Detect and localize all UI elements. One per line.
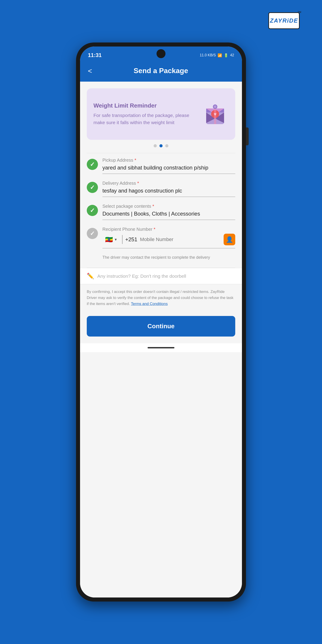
delivery-address-content[interactable]: Delivery Address * tesfay and hagos cons… xyxy=(102,181,235,197)
dot-1 xyxy=(154,144,157,147)
contact-book-icon: 👤 xyxy=(226,236,233,243)
banner-icon: ♥ xyxy=(202,100,228,128)
terms-text: By confirming, I accept this order doesn… xyxy=(87,289,235,307)
dot-3 xyxy=(165,144,168,147)
contact-picker-button[interactable]: 👤 xyxy=(224,234,235,245)
recipient-phone-content: Recipient Phone Number * 🇪🇹 ▾ +251 xyxy=(102,227,235,248)
logo-text: ZAYRiDE xyxy=(270,17,298,24)
main-content: Weight Limit Reminder For safe transport… xyxy=(80,82,242,598)
country-code: +251 xyxy=(125,236,137,242)
pickup-address-content[interactable]: Pickup Address * yared and sibhat buildi… xyxy=(102,158,235,174)
phone-required: * xyxy=(154,227,156,232)
terms-section: By confirming, I accept this order doesn… xyxy=(80,284,242,312)
network-speed: 11.0 KB/S xyxy=(200,53,216,57)
phone-divider xyxy=(122,235,122,244)
phone-input-row: 🇪🇹 ▾ +251 👤 xyxy=(102,234,235,245)
ethiopia-flag: 🇪🇹 xyxy=(105,236,113,243)
banner-title: Weight Limit Reminder xyxy=(94,102,202,109)
camera-notch xyxy=(156,49,166,58)
page-title: Send a Package xyxy=(96,67,225,75)
pickup-address-field: ✓ Pickup Address * yared and sibhat buil… xyxy=(87,158,235,174)
instruction-placeholder: Any instruction? Eg: Don't ring the door… xyxy=(97,274,186,279)
banner-text: Weight Limit Reminder For safe transport… xyxy=(94,102,202,126)
weight-limit-banner: Weight Limit Reminder For safe transport… xyxy=(87,88,235,140)
pickup-required: * xyxy=(134,158,136,162)
country-flag-selector[interactable]: 🇪🇹 ▾ xyxy=(102,236,120,243)
battery-level: 42 xyxy=(230,53,234,57)
delivery-required: * xyxy=(137,181,139,186)
instruction-field[interactable]: ✏️ Any instruction? Eg: Don't ring the d… xyxy=(80,268,242,284)
home-indicator xyxy=(80,343,242,352)
recipient-phone-field: ✓ Recipient Phone Number * 🇪🇹 ▾ xyxy=(87,227,235,248)
package-contents-content[interactable]: Select package contents * Documents | Bo… xyxy=(102,204,235,220)
contents-check-icon: ✓ xyxy=(87,205,98,216)
dot-2 xyxy=(160,144,162,147)
continue-button[interactable]: Continue xyxy=(87,316,235,336)
recipient-phone-label: Recipient Phone Number * xyxy=(102,227,235,232)
phone-check-icon: ✓ xyxy=(87,228,98,239)
trademark-symbol: TM xyxy=(298,11,301,14)
svg-point-9 xyxy=(214,105,216,108)
chevron-down-icon: ▾ xyxy=(115,237,117,242)
phone-hint-text: The driver may contact the recipient to … xyxy=(102,255,235,263)
phone-screen: 11:31 11.0 KB/S 📶 🔋 42 < Send a Package … xyxy=(80,46,242,598)
logo-container: TM ZAYRiDE xyxy=(268,12,304,48)
battery-icon: 🔋 xyxy=(224,53,228,58)
delivery-address-field: ✓ Delivery Address * tesfay and hagos co… xyxy=(87,181,235,197)
delivery-address-value: tesfay and hagos construction plc xyxy=(102,188,235,194)
app-header: < Send a Package xyxy=(80,62,242,82)
mobile-number-input[interactable] xyxy=(140,236,224,242)
pickup-check-icon: ✓ xyxy=(87,159,98,170)
carousel-dots xyxy=(80,144,242,147)
home-bar xyxy=(148,347,174,348)
svg-rect-7 xyxy=(214,108,216,124)
package-contents-value: Documents | Books, Cloths | Accessories xyxy=(102,211,235,217)
logo-box: TM ZAYRiDE xyxy=(268,12,300,29)
pickup-address-label: Pickup Address * xyxy=(102,158,235,163)
pencil-icon: ✏️ xyxy=(87,272,94,280)
form-section: ✓ Pickup Address * yared and sibhat buil… xyxy=(80,153,242,268)
status-icons: 11.0 KB/S 📶 🔋 42 xyxy=(200,53,234,58)
contents-required: * xyxy=(152,204,154,209)
terms-link[interactable]: Terms and Conditions xyxy=(131,302,168,306)
delivery-check-icon: ✓ xyxy=(87,182,98,193)
status-time: 11:31 xyxy=(88,52,102,58)
volume-button xyxy=(246,128,249,145)
package-contents-label: Select package contents * xyxy=(102,204,235,209)
package-svg-icon: ♥ xyxy=(203,102,228,126)
package-contents-field: ✓ Select package contents * Documents | … xyxy=(87,204,235,220)
pickup-address-value: yared and sibhat building constraction p… xyxy=(102,164,235,171)
banner-description: For safe transportation of the package, … xyxy=(94,112,202,126)
back-button[interactable]: < xyxy=(88,67,92,74)
delivery-address-label: Delivery Address * xyxy=(102,181,235,186)
wifi-icon: 📶 xyxy=(218,53,222,58)
phone-frame: 11:31 11.0 KB/S 📶 🔋 42 < Send a Package … xyxy=(76,42,246,602)
